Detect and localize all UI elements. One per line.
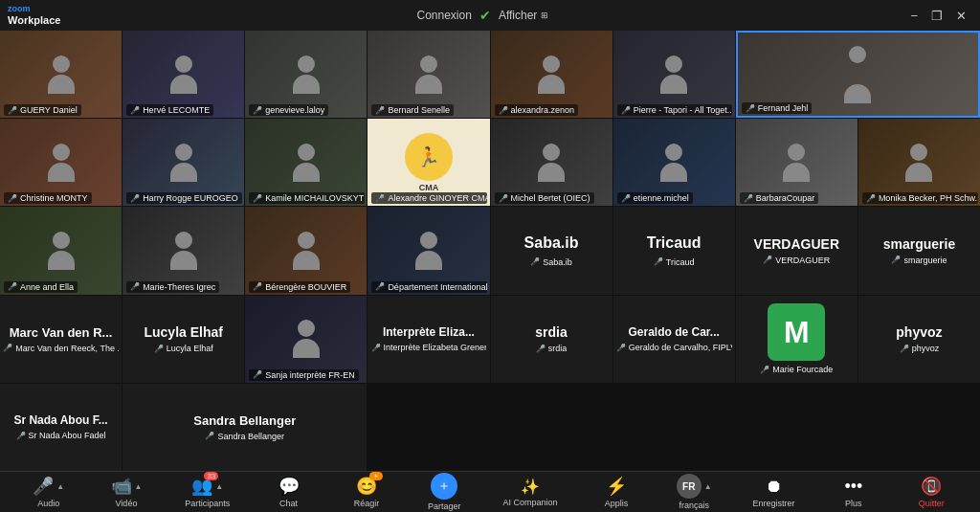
share-icon: ＋ [431,473,457,500]
video-grid: 🎤GUERY Daniel 🎤Hervé LECOMTE 🎤genevieve.… [0,31,980,471]
minimize-button[interactable]: − [904,7,924,25]
participant-cell-5[interactable]: 🎤alexandra.zenon [491,31,612,118]
record-icon: ⏺ [766,477,783,497]
connexion-status-icon: ✔ [479,8,491,23]
participant-cell-10[interactable]: 🎤Kamile MICHAILOVSKYTE [245,119,367,206]
afficher-label[interactable]: Afficher ⊞ [499,9,548,22]
language-icon: FR [677,474,702,499]
share-label: Partager [428,501,461,511]
participant-cell-3[interactable]: 🎤genevieve.laloy [245,31,367,118]
participant-cell-33[interactable]: Sandra Bellanger 🎤Sandra Bellanger [122,384,367,471]
participant-cell-6[interactable]: 🎤Pierre - Tapori - All Toget... [613,31,735,118]
leave-button[interactable]: 📵 Quitter [906,474,956,510]
participant-cell-30[interactable]: M 🎤Marie Fourcade [736,296,858,383]
more-button[interactable]: ••• Plus [829,475,879,510]
title-bar-left: zoom Workplace [8,5,60,26]
restore-button[interactable]: ❐ [925,7,948,25]
participants-badge: 33 [204,472,218,480]
audio-button[interactable]: 🎤 ▲ Audio [24,474,74,510]
close-button[interactable]: ✕ [950,7,972,25]
participant-cell-15[interactable]: 🎤Monika Becker, PH Schw... [858,119,980,206]
participants-icon: 👥 33 [191,476,212,497]
chat-button[interactable]: 💬 Chat [264,474,314,510]
participant-cell-32[interactable]: Sr Nada Abou F... 🎤Sr Nada Abou Fadel [0,384,122,471]
audio-label: Audio [37,499,59,508]
participant-cell-16[interactable]: 🎤Anne and Ella [0,207,122,294]
participant-cell-4[interactable]: 🎤Bernard Senelle [368,31,489,118]
participant-cell-14[interactable]: 🎤BarbaraCoupar [736,119,858,206]
title-bar: zoom Workplace Connexion ✔ Afficher ⊞ − … [0,0,980,31]
participants-label: Participants [185,499,230,508]
video-label: Vidéo [116,499,138,508]
participant-cell-18[interactable]: 🎤Bérengère BOUVIER [245,207,367,294]
participant-cell-28[interactable]: srdia 🎤srdia [491,296,612,383]
participant-cell-8[interactable]: 🎤Christine MONTY [0,119,122,206]
ai-companion-label: AI Companion [503,498,558,507]
participant-cell-17[interactable]: 🎤Marie-Theres Igrec [122,207,244,294]
participant-cell-20[interactable]: Saba.ib 🎤Saba.ib [491,207,612,294]
participant-cell-31[interactable]: phyvoz 🎤phyvoz [858,296,980,383]
participants-button[interactable]: 👥 33 ▲ Participants [179,474,235,510]
participant-cell-11[interactable]: 🏃 CMA 🎤Alexandre GINOYER CMA [368,119,489,206]
react-icon: 😊 + [356,476,377,497]
toolbar: 🎤 ▲ Audio 📹 ▲ Vidéo 👥 33 ▲ Participants … [0,471,980,512]
leave-label: Quitter [919,499,945,508]
record-label: Enregistrer [753,499,795,508]
zoom-logo: zoom Workplace [8,5,60,26]
participant-cell-13[interactable]: 🎤etienne.michel [613,119,735,206]
participant-cell-7[interactable]: 🎤Fernand Jehl [736,31,980,118]
chat-icon: 💬 [278,476,300,497]
connexion-label[interactable]: Connexion [417,9,472,22]
participant-cell-2[interactable]: 🎤Hervé LECOMTE [122,31,244,118]
ai-companion-icon: ✨ [521,478,540,496]
participant-cell-26[interactable]: 🎤Sanja interprète FR-EN [245,296,367,383]
language-button[interactable]: FR ▲ français [669,472,719,512]
participant-cell-24[interactable]: Marc Van den R... 🎤Marc Van den Reeck, T… [0,296,122,383]
ai-companion-button[interactable]: ✨ AI Companion [498,476,564,509]
participant-cell-27[interactable]: Interprète Eliza... 🎤Interprète Elizabet… [368,296,489,383]
participant-cell-19[interactable]: 🎤Département International... [368,207,489,294]
connexion-area: Connexion ✔ Afficher ⊞ [417,8,549,23]
apps-label: Applis [605,499,629,508]
react-button[interactable]: 😊 + Réagir [342,474,391,510]
audio-icon: 🎤 [33,476,54,497]
react-label: Réagir [354,499,380,508]
participant-cell-21[interactable]: Tricaud 🎤Tricaud [613,207,735,294]
language-label: français [679,501,709,510]
video-button[interactable]: 📹 ▲ Vidéo [101,474,151,510]
participant-cell-1[interactable]: 🎤GUERY Daniel [0,31,122,118]
record-button[interactable]: ⏺ Enregistrer [747,475,801,510]
share-button[interactable]: ＋ Partager [419,471,469,512]
react-badge: + [369,472,383,480]
apps-icon: ⚡ [606,476,627,497]
video-icon: 📹 [111,476,132,497]
chat-label: Chat [279,499,298,508]
apps-button[interactable]: ⚡ Applis [591,474,641,510]
participant-cell-22[interactable]: VERDAGUER 🎤VERDAGUER [736,207,858,294]
participant-cell-23[interactable]: smarguerie 🎤smarguerie [858,207,980,294]
more-label: Plus [845,499,862,508]
participant-cell-29[interactable]: Geraldo de Car... 🎤Geraldo de Carvalho, … [613,296,735,383]
window-controls[interactable]: − ❐ ✕ [904,7,972,25]
leave-icon: 📵 [921,476,942,497]
participant-cell-9[interactable]: 🎤Harry Rogge EUROGEO [122,119,244,206]
participant-cell-12[interactable]: 🎤Michel Bertet (OIEC) [491,119,612,206]
more-icon: ••• [844,477,862,497]
participant-cell-25[interactable]: Lucyla Elhaf 🎤Lucyla Elhaf [122,296,244,383]
